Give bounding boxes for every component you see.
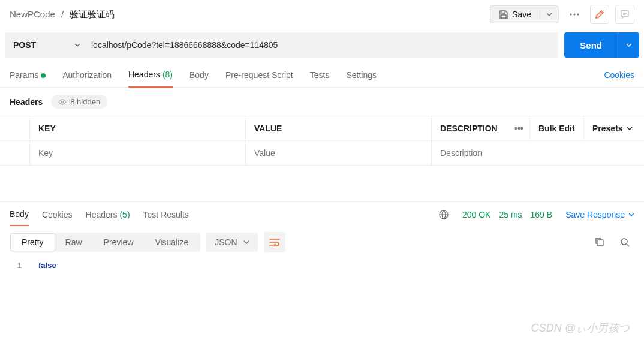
svg-rect-5 bbox=[597, 240, 603, 246]
tab-headers[interactable]: Headers(8) bbox=[128, 70, 173, 88]
eye-icon bbox=[58, 99, 67, 105]
method-value: POST bbox=[13, 40, 36, 50]
tab-tests[interactable]: Tests bbox=[310, 70, 330, 87]
chevron-down-icon bbox=[627, 127, 633, 130]
response-view-row: Pretty Raw Preview Visualize JSON bbox=[0, 226, 644, 258]
comment-icon bbox=[620, 10, 630, 19]
tab-settings[interactable]: Settings bbox=[346, 70, 377, 87]
save-button-group: Save bbox=[490, 5, 559, 23]
headers-subsection: Headers 8 hidden bbox=[0, 88, 644, 116]
response-tabs: Body Cookies Headers(5) Test Results 200… bbox=[0, 201, 644, 226]
request-tabs: Params Authorization Headers(8) Body Pre… bbox=[0, 61, 644, 88]
topbar-actions: Save bbox=[490, 5, 634, 24]
wrap-icon bbox=[269, 238, 280, 246]
headers-table: KEY VALUE DESCRIPTION ••• Bulk Edit Pres… bbox=[0, 116, 644, 166]
value-header: VALUE bbox=[246, 116, 432, 140]
headers-label: Headers bbox=[10, 97, 43, 107]
save-dropdown[interactable] bbox=[540, 9, 558, 20]
key-input[interactable] bbox=[38, 148, 237, 158]
column-options[interactable]: ••• bbox=[506, 116, 530, 140]
response-size: 169 B bbox=[531, 210, 553, 219]
search-button[interactable] bbox=[615, 233, 634, 252]
chevron-down-icon bbox=[546, 13, 552, 16]
method-select[interactable]: POST bbox=[5, 32, 89, 58]
breadcrumb-parent[interactable]: NewPCode bbox=[10, 9, 55, 19]
description-header: DESCRIPTION bbox=[432, 116, 506, 140]
save-response-button[interactable]: Save Response bbox=[565, 210, 634, 225]
save-icon bbox=[499, 10, 508, 19]
send-button-group: Send bbox=[564, 32, 639, 58]
response-body: 1 false bbox=[0, 258, 644, 272]
svg-point-6 bbox=[621, 239, 627, 245]
search-icon bbox=[620, 237, 630, 247]
hidden-headers-toggle[interactable]: 8 hidden bbox=[51, 95, 107, 109]
params-indicator-dot bbox=[41, 73, 46, 78]
send-dropdown[interactable] bbox=[618, 32, 639, 58]
breadcrumb: NewPCode / 验证验证码 bbox=[10, 9, 115, 20]
tab-authorization[interactable]: Authorization bbox=[62, 70, 112, 87]
status-code: 200 OK bbox=[462, 210, 490, 219]
description-input[interactable] bbox=[440, 148, 636, 158]
pencil-icon bbox=[595, 10, 604, 19]
svg-point-2 bbox=[577, 14, 579, 16]
tab-body[interactable]: Body bbox=[189, 70, 209, 87]
view-pretty[interactable]: Pretty bbox=[11, 234, 55, 251]
chevron-down-icon bbox=[74, 43, 80, 47]
top-bar: NewPCode / 验证验证码 Save bbox=[0, 0, 644, 29]
format-select[interactable]: JSON bbox=[206, 233, 257, 252]
globe-icon[interactable] bbox=[438, 209, 449, 220]
response-time: 25 ms bbox=[499, 210, 522, 219]
cookies-link[interactable]: Cookies bbox=[604, 70, 634, 87]
chevron-down-icon bbox=[628, 213, 634, 216]
chevron-down-icon bbox=[626, 43, 632, 47]
request-row: POST Send bbox=[0, 29, 644, 61]
breadcrumb-current[interactable]: 验证验证码 bbox=[70, 9, 115, 19]
save-button[interactable]: Save bbox=[490, 6, 540, 23]
comment-button[interactable] bbox=[615, 5, 634, 24]
breadcrumb-separator: / bbox=[61, 9, 64, 19]
copy-icon bbox=[595, 237, 604, 247]
headers-table-header: KEY VALUE DESCRIPTION ••• Bulk Edit Pres… bbox=[0, 116, 644, 141]
watermark: CSDN @ぃ小男孩つ bbox=[531, 321, 630, 335]
code-line[interactable]: 1 false bbox=[10, 261, 634, 270]
more-options-button[interactable] bbox=[565, 5, 584, 24]
view-visualize[interactable]: Visualize bbox=[144, 234, 199, 251]
presets-button[interactable]: Presets bbox=[584, 116, 644, 140]
wrap-lines-button[interactable] bbox=[264, 232, 285, 252]
headers-table-row bbox=[0, 141, 644, 165]
svg-point-0 bbox=[570, 14, 572, 16]
copy-button[interactable] bbox=[590, 233, 609, 252]
response-tab-cookies[interactable]: Cookies bbox=[42, 210, 73, 225]
line-number: 1 bbox=[10, 261, 22, 270]
response-tab-tests[interactable]: Test Results bbox=[143, 210, 189, 225]
edit-button[interactable] bbox=[590, 5, 609, 24]
url-input[interactable] bbox=[83, 32, 558, 58]
response-tab-body[interactable]: Body bbox=[10, 209, 29, 226]
response-status: 200 OK 25 ms 169 B bbox=[462, 210, 552, 225]
view-raw[interactable]: Raw bbox=[55, 234, 93, 251]
bulk-edit-button[interactable]: Bulk Edit bbox=[530, 116, 584, 140]
ellipsis-icon bbox=[570, 13, 579, 16]
save-label: Save bbox=[512, 10, 531, 19]
chevron-down-icon bbox=[243, 240, 249, 244]
view-preview[interactable]: Preview bbox=[93, 234, 145, 251]
response-tab-headers[interactable]: Headers(5) bbox=[86, 210, 130, 225]
hidden-count: 8 hidden bbox=[70, 97, 100, 106]
response-body-text: false bbox=[38, 261, 56, 270]
tab-prerequest[interactable]: Pre-request Script bbox=[225, 70, 293, 87]
send-button[interactable]: Send bbox=[564, 32, 618, 58]
key-header: KEY bbox=[30, 116, 246, 140]
tab-params[interactable]: Params bbox=[10, 70, 46, 87]
view-mode-tabs: Pretty Raw Preview Visualize bbox=[10, 233, 200, 252]
value-input[interactable] bbox=[254, 148, 423, 158]
svg-point-3 bbox=[62, 101, 64, 103]
svg-point-1 bbox=[574, 14, 576, 16]
checkbox-column bbox=[0, 116, 30, 140]
